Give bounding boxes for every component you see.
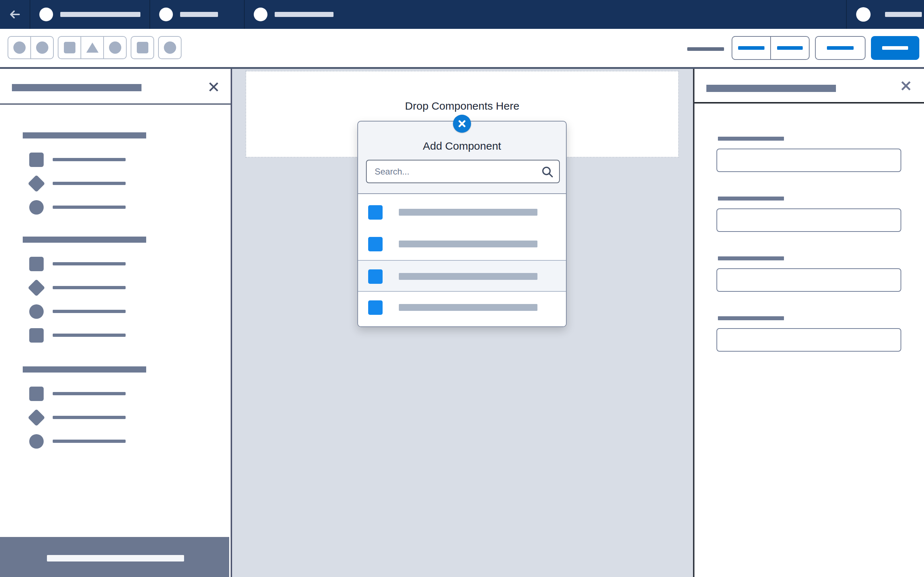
- placeholder-bar: [180, 12, 218, 17]
- triangle-icon: [86, 43, 99, 53]
- component-option[interactable]: [358, 292, 566, 324]
- component-item-icon-wrap: [28, 385, 45, 402]
- placeholder-bar: [53, 206, 126, 209]
- property-input-3[interactable]: [716, 268, 901, 292]
- field-label-bar: [718, 197, 784, 200]
- component-item-icon-wrap: [28, 433, 45, 450]
- placeholder-bar: [53, 392, 126, 395]
- popover-title: Add Component: [358, 140, 566, 152]
- component-option[interactable]: [358, 260, 566, 292]
- toolbar-icon-button[interactable]: [81, 37, 103, 58]
- component-icon: [368, 237, 383, 251]
- toolbar-button[interactable]: [816, 37, 865, 59]
- component-list-item[interactable]: [0, 327, 229, 344]
- toolbar-button[interactable]: [732, 37, 770, 59]
- square-icon: [29, 387, 44, 401]
- right-panel-title-bar: [706, 85, 836, 92]
- toolbar-icon-group: [158, 36, 181, 59]
- placeholder-bar: [275, 12, 333, 17]
- placeholder-bar: [399, 273, 538, 280]
- toolbar-icon-button[interactable]: [8, 37, 30, 58]
- diamond-icon: [28, 279, 45, 297]
- component-icon: [368, 300, 383, 315]
- circle-icon: [29, 305, 44, 319]
- toolbar-button-group: [815, 36, 866, 60]
- placeholder-bar: [53, 440, 126, 443]
- component-search: [366, 160, 560, 183]
- square-icon: [29, 328, 44, 343]
- add-component-popover: Add Component: [357, 121, 567, 327]
- toolbar-icon-group: [8, 36, 54, 59]
- back-button[interactable]: [0, 0, 30, 29]
- x-icon: [458, 119, 466, 128]
- button-label-bar: [882, 46, 908, 50]
- component-list-item[interactable]: [0, 433, 229, 450]
- property-input-1[interactable]: [716, 148, 901, 172]
- component-icon: [368, 205, 383, 220]
- left-component-panel: [0, 69, 232, 577]
- component-list-item[interactable]: [0, 279, 229, 296]
- component-item-icon-wrap: [28, 175, 45, 192]
- toolbar-button[interactable]: [770, 37, 809, 59]
- component-item-icon-wrap: [28, 303, 45, 320]
- component-list-item[interactable]: [0, 256, 229, 272]
- popover-close-button[interactable]: [453, 115, 471, 133]
- circle-icon: [164, 42, 176, 54]
- placeholder-bar: [53, 334, 126, 337]
- component-list-item[interactable]: [0, 409, 229, 426]
- section-header-bar: [23, 132, 146, 139]
- component-list-item[interactable]: [0, 385, 229, 402]
- component-list-item[interactable]: [0, 199, 229, 216]
- app-builder: Drop Components Here Add Component: [0, 0, 924, 577]
- placeholder-bar: [60, 12, 141, 17]
- toolbar-button-group: [732, 36, 809, 60]
- component-list: [358, 193, 566, 326]
- search-input[interactable]: [367, 161, 559, 182]
- toolbar-icon-button[interactable]: [30, 37, 53, 58]
- toolbar-icon-button[interactable]: [131, 37, 153, 58]
- square-icon: [137, 42, 149, 53]
- component-icon: [368, 269, 383, 284]
- x-icon: [900, 79, 913, 92]
- header-user-area[interactable]: [846, 0, 924, 29]
- tab-avatar: [254, 8, 267, 21]
- magnifier-icon: [541, 166, 554, 180]
- property-input-4[interactable]: [716, 328, 901, 351]
- header-tab-3[interactable]: [244, 0, 352, 29]
- section-header-bar: [23, 237, 146, 243]
- header-tab-1[interactable]: [30, 0, 149, 29]
- button-label-bar: [777, 46, 803, 50]
- right-panel-close-button[interactable]: [898, 78, 914, 94]
- placeholder-bar: [53, 262, 126, 266]
- placeholder-bar: [885, 12, 922, 17]
- placeholder-bar: [399, 240, 538, 247]
- tab-avatar: [159, 8, 173, 21]
- diamond-icon: [28, 409, 45, 426]
- field-label-bar: [718, 256, 784, 260]
- header-tab-2[interactable]: [149, 0, 244, 29]
- component-option[interactable]: [358, 228, 566, 260]
- toolbar-icon-button[interactable]: [103, 37, 126, 58]
- property-input-2[interactable]: [716, 208, 901, 232]
- footer-placeholder-bar: [47, 555, 184, 561]
- placeholder-bar: [399, 304, 538, 311]
- component-list-item[interactable]: [0, 175, 229, 192]
- component-option[interactable]: [358, 197, 566, 228]
- toolbar-icon-button[interactable]: [58, 37, 81, 58]
- placeholder-bar: [399, 209, 538, 216]
- placeholder-bar: [53, 286, 126, 289]
- field-label-bar: [718, 316, 784, 320]
- component-list-item[interactable]: [0, 303, 229, 320]
- button-label-bar: [738, 46, 764, 50]
- primary-action-button[interactable]: [871, 36, 919, 60]
- component-item-icon-wrap: [28, 409, 45, 426]
- arrow-left-icon: [7, 7, 23, 22]
- toolbar-icon-groups: [8, 36, 181, 59]
- header-tabs: [30, 0, 352, 29]
- drop-zone-label: Drop Components Here: [246, 71, 678, 112]
- builder-toolbar: [0, 29, 924, 69]
- component-list-item[interactable]: [0, 152, 229, 168]
- right-properties-panel: [693, 69, 924, 577]
- toolbar-icon-button[interactable]: [159, 37, 181, 58]
- global-header: [0, 0, 924, 29]
